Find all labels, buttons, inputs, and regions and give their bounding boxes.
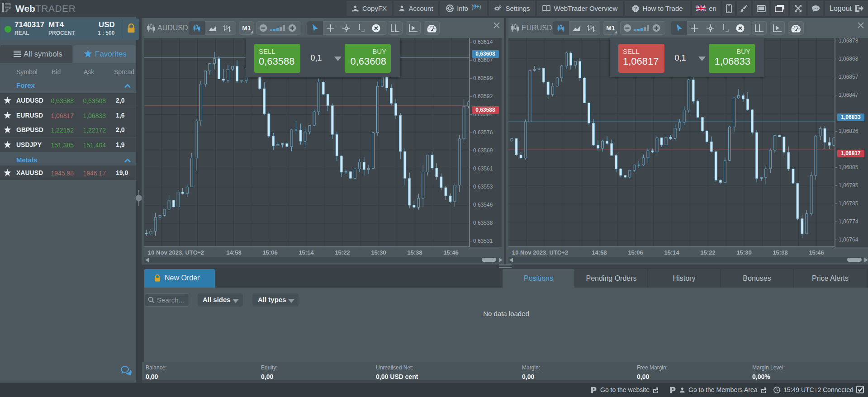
svg-text:?: ?: [634, 5, 637, 11]
